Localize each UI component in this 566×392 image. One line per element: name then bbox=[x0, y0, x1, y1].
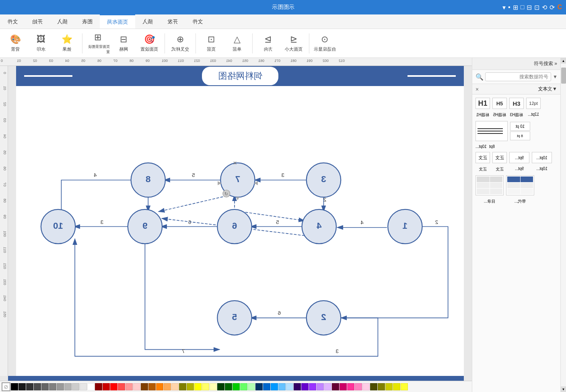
shape-body2[interactable]: 正文 bbox=[492, 152, 507, 163]
color-swatch[interactable] bbox=[80, 383, 87, 390]
toolbar-btn-pagesettings[interactable]: 🎯 页面设置 bbox=[137, 31, 161, 55]
shape-h5[interactable]: H5 bbox=[492, 98, 507, 109]
menu-item-start[interactable]: 开始 bbox=[25, 14, 50, 29]
scroll-up-btn[interactable]: ▲ bbox=[561, 58, 566, 64]
color-swatch[interactable] bbox=[210, 383, 217, 390]
color-swatch[interactable] bbox=[225, 383, 232, 390]
expand-btn[interactable]: » bbox=[554, 61, 557, 66]
toolbar-btn-pagelayer[interactable]: ⊡ 页层 bbox=[199, 31, 223, 55]
color-swatch[interactable] bbox=[233, 383, 240, 390]
color-swatch[interactable] bbox=[202, 383, 209, 390]
dropdown-icon[interactable]: ▼ bbox=[553, 74, 558, 80]
color-swatch[interactable] bbox=[72, 383, 79, 390]
toolbar-btn-background[interactable]: 🎨 背景 bbox=[3, 31, 27, 55]
canvas-container[interactable]: 0 01 02 03 04 05 06 07 08 09 001 011 021… bbox=[0, 58, 472, 392]
color-swatch[interactable] bbox=[332, 383, 339, 390]
color-swatch[interactable] bbox=[171, 383, 179, 390]
color-swatch[interactable] bbox=[347, 383, 354, 390]
toolbar-btn-pagesize[interactable]: ⊵ 页面大小 bbox=[282, 31, 306, 55]
color-swatch[interactable] bbox=[340, 383, 347, 390]
color-swatch[interactable] bbox=[179, 383, 186, 390]
color-swatch[interactable] bbox=[255, 383, 263, 390]
table-sample-1[interactable] bbox=[475, 175, 504, 195]
table-sample-2[interactable] bbox=[506, 175, 534, 195]
shape-10pt[interactable]: 10 pt bbox=[510, 122, 530, 131]
color-swatch[interactable] bbox=[324, 383, 331, 390]
save-icon[interactable]: □ bbox=[521, 4, 525, 11]
color-swatch[interactable] bbox=[378, 383, 385, 390]
shape-h3[interactable]: H3 bbox=[509, 98, 524, 109]
toolbar-btn-crossstyle[interactable]: ⊕ 交叉样式 bbox=[168, 31, 192, 55]
color-swatch[interactable] bbox=[26, 383, 33, 390]
toolbar-btn-pagebg[interactable]: ⊞ 页面背景图设置 bbox=[86, 31, 110, 55]
color-swatch[interactable] bbox=[156, 383, 163, 390]
color-swatch[interactable] bbox=[118, 383, 125, 390]
menu-item-extra3[interactable]: 文件 bbox=[185, 14, 210, 29]
color-swatch[interactable] bbox=[355, 383, 362, 390]
shape-8pt[interactable]: 8 pt bbox=[510, 131, 530, 140]
color-swatch[interactable] bbox=[164, 383, 171, 390]
color-swatch[interactable] bbox=[57, 383, 64, 390]
lang-selector[interactable]: 文▼ bbox=[547, 86, 557, 92]
color-swatch[interactable] bbox=[64, 383, 72, 390]
color-swatch[interactable] bbox=[370, 383, 377, 390]
color-swatch[interactable] bbox=[11, 383, 18, 390]
color-swatch[interactable] bbox=[194, 383, 202, 390]
scroll-thumb[interactable] bbox=[561, 68, 566, 84]
shape-9pt[interactable]: 9pt... bbox=[509, 152, 529, 163]
color-swatch[interactable] bbox=[49, 383, 56, 390]
color-swatch[interactable] bbox=[103, 383, 110, 390]
menu-item-extra2[interactable]: 开发 bbox=[160, 14, 185, 29]
shape-h1[interactable]: H1 bbox=[475, 98, 490, 109]
toolbar-btn-watermark[interactable]: 🖼 水印 bbox=[29, 31, 53, 55]
menu-item-file[interactable]: 文件 bbox=[0, 14, 25, 29]
toolbar-btn-grid[interactable]: ⊟ 网格 bbox=[111, 31, 136, 55]
color-swatch[interactable] bbox=[301, 383, 309, 390]
color-swatch[interactable] bbox=[19, 383, 26, 390]
close-panel-btn[interactable]: × bbox=[475, 86, 479, 92]
toolbar-btn-singlelayer[interactable]: △ 单层 bbox=[225, 31, 249, 55]
color-swatch[interactable] bbox=[34, 383, 41, 390]
color-swatch[interactable] bbox=[148, 383, 156, 390]
minimize-icon[interactable]: ▪ bbox=[508, 4, 510, 11]
color-swatch[interactable] bbox=[41, 383, 49, 390]
shape-body1[interactable]: 正文 bbox=[475, 152, 490, 163]
color-swatch[interactable] bbox=[110, 383, 117, 390]
color-swatch[interactable] bbox=[263, 383, 270, 390]
color-swatch[interactable] bbox=[217, 383, 224, 390]
menu-item-insert[interactable]: 插入 bbox=[50, 14, 75, 29]
scroll-down-btn[interactable]: ▼ bbox=[561, 386, 566, 392]
toolbar-btn-effect[interactable]: ⭐ 效果 bbox=[55, 31, 79, 55]
copy-icon[interactable]: ⊞ bbox=[513, 4, 518, 11]
color-swatch[interactable] bbox=[187, 383, 194, 390]
undo-icon[interactable]: ⟲ bbox=[542, 4, 547, 11]
color-swatch[interactable] bbox=[126, 383, 133, 390]
color-swatch[interactable] bbox=[271, 383, 278, 390]
color-swatch[interactable] bbox=[385, 383, 393, 390]
color-swatch[interactable] bbox=[95, 383, 102, 390]
diagram-svg[interactable]: 4 2 3 5 4 5 6 bbox=[16, 86, 464, 392]
menu-item-pagelayout[interactable]: 页面布局 bbox=[100, 14, 135, 29]
search-input[interactable] bbox=[485, 72, 551, 81]
color-swatch[interactable] bbox=[141, 383, 148, 390]
toolbar-btn-autofit[interactable]: ⊙ 自适应显示 bbox=[313, 31, 337, 55]
text-sample-lined[interactable] bbox=[475, 121, 508, 141]
color-swatch[interactable] bbox=[401, 383, 408, 390]
color-swatch[interactable] bbox=[294, 383, 301, 390]
color-swatch[interactable] bbox=[240, 383, 247, 390]
color-swatch[interactable] bbox=[286, 383, 293, 390]
redo-icon[interactable]: ⟳ bbox=[550, 4, 555, 11]
color-swatch[interactable] bbox=[317, 383, 324, 390]
open-icon[interactable]: ⊡ bbox=[534, 4, 539, 11]
color-swatch[interactable] bbox=[133, 383, 140, 390]
toolbar-btn-direction[interactable]: ⊴ 方向 bbox=[256, 31, 280, 55]
color-swatch[interactable] bbox=[309, 383, 316, 390]
menu-item-extra1[interactable]: 插入 bbox=[135, 14, 160, 29]
color-swatch[interactable] bbox=[393, 383, 400, 390]
color-swatch[interactable] bbox=[278, 383, 286, 390]
menu-arrow[interactable]: ▾ bbox=[502, 4, 506, 11]
color-swatch[interactable] bbox=[87, 383, 95, 390]
color-swatch[interactable] bbox=[362, 383, 370, 390]
menu-item-diagram[interactable]: 图表 bbox=[75, 14, 100, 29]
shape-10pt-b[interactable]: 10pt... bbox=[532, 152, 552, 163]
